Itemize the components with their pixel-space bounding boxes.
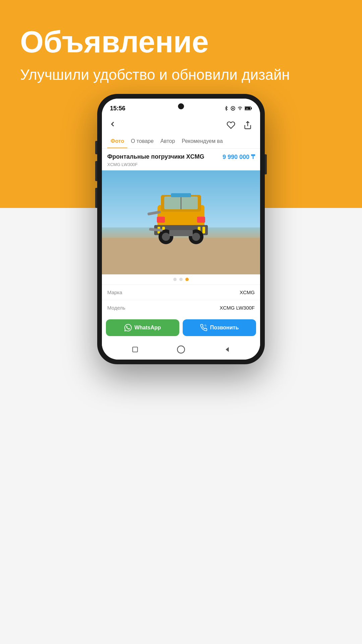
whatsapp-label: WhatsApp	[134, 325, 161, 331]
tab-bar: Фото О товаре Автор Рекомендуем ва	[102, 134, 260, 149]
dot-2[interactable]	[179, 278, 183, 281]
spec-label-model: Модель	[107, 305, 125, 311]
dot-3[interactable]	[185, 278, 189, 281]
svg-text:21: 21	[246, 108, 248, 110]
bluetooth-icon	[224, 106, 229, 111]
call-button[interactable]: Позвонить	[183, 319, 256, 336]
dot-1[interactable]	[173, 278, 177, 281]
svg-rect-13	[171, 193, 191, 197]
spec-value-brand: XCMG	[240, 289, 255, 295]
product-name-block: Фронтальные погрузчики XCMG XCMG LW300F	[107, 153, 204, 167]
x-icon	[231, 106, 235, 111]
svg-marker-30	[226, 347, 229, 352]
svg-rect-28	[132, 347, 137, 352]
svg-rect-18	[202, 227, 205, 233]
action-buttons: WhatsApp Позвонить	[102, 315, 260, 341]
wifi-icon	[237, 106, 243, 111]
spec-row-brand: Марка XCMG	[102, 284, 260, 300]
back-button[interactable]	[109, 120, 117, 130]
specs-table: Марка XCMG Модель XCMG LW300F	[102, 284, 260, 315]
spec-label-brand: Марка	[107, 289, 122, 295]
svg-rect-19	[157, 217, 165, 223]
page-subtitle: Улучшили удобство и обновили дизайн	[20, 65, 342, 84]
product-image	[102, 170, 260, 274]
svg-point-3	[240, 110, 240, 110]
whatsapp-button[interactable]: WhatsApp	[106, 319, 179, 336]
image-dots	[102, 274, 260, 284]
product-info: Фронтальные погрузчики XCMG XCMG LW300F …	[102, 149, 260, 170]
volume-up-button	[95, 161, 97, 181]
whatsapp-icon	[124, 324, 132, 331]
page-title: Объявление	[20, 27, 342, 57]
camera-notch	[178, 103, 184, 109]
battery-icon: 21	[245, 106, 252, 110]
product-model: XCMG LW300F	[107, 162, 204, 167]
svg-point-29	[177, 346, 185, 353]
tab-recommend[interactable]: Рекомендуем ва	[178, 134, 226, 148]
app-header	[102, 116, 260, 134]
spec-value-model: XCMG LW300F	[220, 305, 255, 311]
share-button[interactable]	[242, 119, 253, 131]
call-label: Позвонить	[210, 325, 239, 331]
call-icon	[200, 324, 207, 331]
spec-row-model: Модель XCMG LW300F	[102, 300, 260, 315]
tab-photo[interactable]: Фото	[107, 134, 127, 148]
status-icons: 21	[224, 106, 252, 111]
svg-point-24	[192, 233, 200, 241]
volume-down-button	[95, 188, 97, 208]
tab-about[interactable]: О товаре	[127, 134, 157, 148]
silent-button	[95, 141, 97, 154]
product-name: Фронтальные погрузчики XCMG	[107, 153, 204, 161]
phone-screen: 15:56	[102, 99, 260, 360]
recent-apps-button[interactable]	[130, 345, 140, 354]
svg-point-22	[162, 233, 170, 241]
svg-rect-27	[169, 230, 193, 236]
android-nav	[102, 341, 260, 360]
svg-rect-20	[197, 217, 205, 223]
tab-author[interactable]: Автор	[157, 134, 178, 148]
home-button[interactable]	[176, 345, 186, 354]
svg-rect-5	[251, 107, 252, 109]
phone-mockup-wrapper: 15:56	[97, 94, 265, 364]
header-actions	[225, 119, 253, 131]
power-button	[265, 154, 267, 174]
status-time: 15:56	[110, 105, 125, 112]
back-nav-button[interactable]	[222, 345, 232, 354]
favorite-button[interactable]	[225, 119, 237, 131]
product-price: 9 990 000 ₸	[223, 153, 255, 161]
loader-machine-image	[141, 178, 221, 245]
phone-mockup: 15:56	[97, 94, 265, 364]
